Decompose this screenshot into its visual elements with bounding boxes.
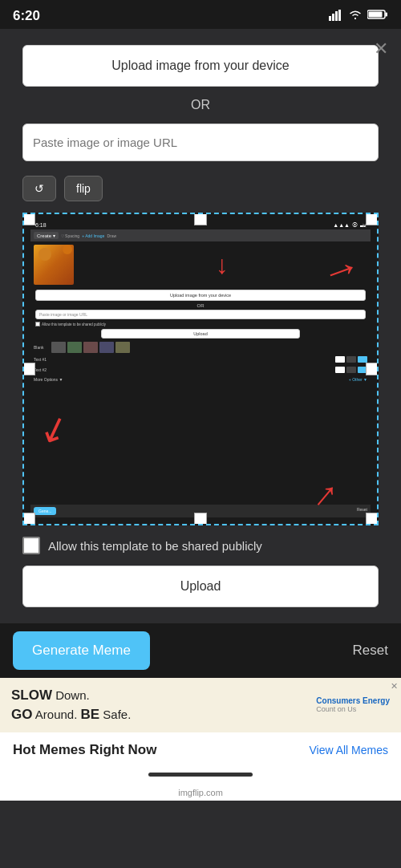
view-all-memes-link[interactable]: View All Memes bbox=[309, 744, 388, 756]
mini-text1-controls bbox=[335, 356, 367, 363]
home-indicator-bar bbox=[148, 773, 253, 777]
mini-checkbox-row: Allow this template to be shared publicl… bbox=[35, 322, 366, 327]
or-divider: OR bbox=[22, 98, 379, 112]
svg-rect-0 bbox=[329, 16, 331, 21]
mini-text2-controls bbox=[335, 367, 367, 373]
close-button[interactable]: ✕ bbox=[374, 39, 388, 59]
mini-modal-content: Upload image from your device OR Paste i… bbox=[30, 288, 371, 340]
bottom-action-bar: Generate Meme Reset bbox=[0, 623, 401, 678]
wifi-icon bbox=[348, 9, 363, 23]
upload-submit-button[interactable]: Upload bbox=[22, 566, 379, 607]
ad-slow: SLOW bbox=[11, 688, 52, 703]
paste-url-input[interactable] bbox=[22, 124, 379, 161]
modal-content: Upload image from your device OR ↺ flip bbox=[0, 29, 401, 623]
handle-bottom-right[interactable] bbox=[366, 513, 379, 525]
ad-be: BE bbox=[81, 707, 100, 722]
handle-bottom-middle[interactable] bbox=[194, 513, 207, 525]
ad-tagline: Count on Us bbox=[316, 705, 390, 713]
mini-more-options: More Options ▼ + Other ▼ bbox=[30, 375, 371, 383]
mini-checkbox-label: Allow this template to be shared publicl… bbox=[42, 322, 106, 327]
mini-red-arrow-icon: ↓ bbox=[216, 252, 229, 278]
mini-upload-btn: Upload image from your device bbox=[35, 290, 366, 301]
svg-rect-1 bbox=[332, 14, 334, 21]
mini-bear-image bbox=[34, 245, 74, 285]
rotate-button[interactable]: ↺ bbox=[22, 176, 56, 201]
mini-paste-input: Paste image or image URL bbox=[35, 310, 366, 319]
modal-overlay: ✕ Upload image from your device OR ↺ fli… bbox=[0, 29, 401, 868]
mini-other-btn: + Other ▼ bbox=[349, 377, 367, 382]
mini-text1-label: Text #1 bbox=[34, 357, 333, 362]
image-preview-area: 6:18 ▲▲▲ ⦿ ▬ Create ▾ ♡ Spacing + Add Im… bbox=[22, 213, 379, 525]
home-indicator-area bbox=[0, 768, 401, 785]
handle-top-right[interactable] bbox=[366, 213, 379, 225]
upload-device-button[interactable]: Upload image from your device bbox=[22, 45, 379, 87]
mini-toolbar: Create ▾ ♡ Spacing + Add Image Draw bbox=[30, 229, 371, 241]
imgflip-brand: imgflip.com bbox=[0, 785, 401, 801]
handle-top-middle[interactable] bbox=[194, 213, 207, 225]
mini-arrow-area: ↓ bbox=[77, 245, 367, 285]
ad-brand-logo: Consumers Energy Count on Us bbox=[316, 696, 390, 713]
ad-go: GO bbox=[11, 707, 32, 722]
svg-rect-3 bbox=[338, 10, 341, 21]
mini-thumb-2 bbox=[67, 342, 82, 353]
mini-thumb-4 bbox=[99, 342, 114, 353]
flip-button[interactable]: flip bbox=[64, 176, 103, 201]
shared-publicly-checkbox[interactable] bbox=[22, 537, 40, 554]
mini-thumb-3 bbox=[83, 342, 98, 353]
handle-middle-left[interactable] bbox=[22, 363, 35, 375]
svg-rect-5 bbox=[386, 13, 388, 17]
mini-thumb-1 bbox=[51, 342, 66, 353]
mini-text2-label: Text #2 bbox=[34, 367, 333, 372]
ad-close-button[interactable]: ✕ bbox=[391, 681, 398, 692]
mini-generate-btn: Gene... bbox=[34, 507, 56, 515]
transform-buttons: ↺ flip bbox=[22, 176, 379, 201]
status-icons bbox=[329, 9, 388, 23]
status-bar: 6:20 bbox=[0, 0, 401, 29]
consumers-energy-logo: Consumers Energy bbox=[316, 696, 390, 705]
mini-checkbox bbox=[35, 322, 40, 327]
battery-icon bbox=[367, 9, 388, 23]
handle-top-left[interactable] bbox=[22, 213, 35, 225]
mini-text-field-2: Text #2 bbox=[30, 365, 371, 375]
ad-banner: SLOW Down. GO Around. BE Safe. Consumers… bbox=[0, 678, 401, 732]
mini-thumb-5 bbox=[115, 342, 130, 353]
checkbox-label: Allow this template to be shared publicl… bbox=[48, 539, 262, 553]
handle-bottom-left[interactable] bbox=[22, 513, 35, 525]
mini-screenshot: 6:18 ▲▲▲ ⦿ ▬ Create ▾ ♡ Spacing + Add Im… bbox=[30, 221, 371, 517]
mini-text-field-1: Text #1 bbox=[30, 355, 371, 364]
svg-rect-6 bbox=[369, 12, 383, 18]
mini-more-options-label: More Options ▼ bbox=[34, 377, 346, 382]
mini-image-area: ↓ bbox=[30, 241, 371, 288]
mini-upload-submit: Upload bbox=[101, 329, 299, 339]
hot-memes-title: Hot Memes Right Now bbox=[13, 742, 156, 758]
handle-middle-right[interactable] bbox=[366, 363, 379, 375]
svg-rect-2 bbox=[335, 11, 338, 21]
generate-meme-button[interactable]: Generate Meme bbox=[13, 631, 150, 670]
checkbox-row: Allow this template to be shared publicl… bbox=[22, 537, 379, 554]
reset-button[interactable]: Reset bbox=[353, 643, 388, 659]
mini-blank-row: Blank bbox=[30, 340, 371, 355]
signal-icon bbox=[329, 10, 343, 23]
mini-blank-label: Blank bbox=[34, 345, 50, 350]
hot-memes-bar: Hot Memes Right Now View All Memes bbox=[0, 732, 401, 768]
ad-text: SLOW Down. GO Around. BE Safe. bbox=[11, 686, 131, 724]
status-time: 6:20 bbox=[13, 8, 40, 24]
mini-or: OR bbox=[35, 303, 366, 308]
